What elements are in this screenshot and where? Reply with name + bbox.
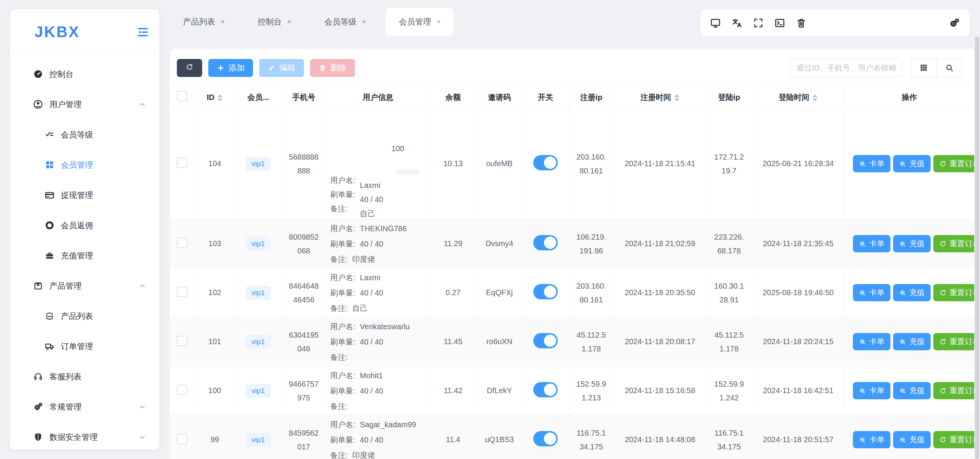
table-row: 103vip18009852 068用户名:THEKING786刷单量:40 /… (170, 219, 974, 268)
row-phone-cell: 5688888 888 (281, 108, 326, 219)
action-button-3[interactable]: 重置订单 (933, 155, 975, 172)
tab-close-icon[interactable]: × (436, 18, 441, 26)
status-toggle[interactable] (533, 333, 558, 348)
edit-button[interactable]: 编辑 (259, 59, 304, 77)
brush-value: 40 / 40 (360, 193, 383, 207)
sidebar-item-10[interactable]: 订单管理 (10, 331, 159, 361)
sort-carets-icon[interactable] (812, 94, 818, 101)
status-toggle[interactable] (533, 235, 558, 250)
action-button-3[interactable]: 重置订单 (933, 431, 975, 448)
headset-icon (33, 371, 43, 382)
sidebar-item-8[interactable]: 产品管理 (10, 271, 159, 301)
sidebar-item-label: 会员返佣 (61, 220, 93, 231)
row-select-cell (170, 366, 194, 415)
delete-button[interactable]: 删除 (310, 59, 355, 77)
row-action-buttons: 卡单充值重置订单 (844, 382, 975, 399)
terminal-icon[interactable] (774, 17, 786, 29)
refresh-button[interactable] (177, 59, 202, 77)
sidebar-item-1[interactable]: 控制台 (10, 59, 159, 89)
reset-icon (939, 387, 947, 395)
search-button[interactable] (936, 59, 962, 77)
login-time: 2024-11-18 21:35:45 (763, 239, 833, 248)
action-button-3[interactable]: 重置订单 (933, 235, 975, 252)
monitor-icon[interactable] (710, 17, 721, 29)
search-input[interactable] (790, 59, 902, 77)
action-button-2[interactable]: 充值 (893, 284, 931, 301)
status-toggle[interactable] (533, 382, 558, 397)
zoomplus-icon (899, 436, 906, 444)
row-checkbox[interactable] (177, 385, 187, 395)
settings-gear-icon[interactable] (949, 17, 960, 29)
action-button-2[interactable]: 充值 (893, 382, 931, 399)
row-checkbox[interactable] (177, 434, 187, 444)
action-button-1[interactable]: 卡单 (853, 155, 890, 172)
column-header-login_time[interactable]: 登陆时间 (752, 87, 844, 108)
action-button-1[interactable]: 卡单 (853, 284, 890, 301)
row-checkbox[interactable] (177, 158, 187, 168)
username-value: Laxmi (360, 273, 380, 282)
login-ip: 223.226. 68.178 (714, 233, 744, 255)
tab-close-icon[interactable]: × (362, 18, 366, 26)
action-button-1[interactable]: 卡单 (853, 431, 890, 448)
status-toggle[interactable] (533, 155, 558, 170)
action-button-2[interactable]: 充值 (893, 235, 931, 252)
row-login-ip-cell: 160.30.1 28.91 (706, 268, 752, 317)
tab-1[interactable]: 产品列表× (170, 8, 238, 36)
column-label: 用户信息 (363, 93, 394, 101)
column-header-reg_time[interactable]: 注册时间 (614, 87, 706, 108)
card-icon (44, 190, 55, 200)
sidebar-item-7[interactable]: 充值管理 (10, 240, 159, 271)
select-all-checkbox[interactable] (177, 91, 187, 101)
action-button-2[interactable]: 充值 (893, 431, 931, 448)
column-header-id[interactable]: ID (194, 87, 235, 108)
row-checkbox[interactable] (177, 287, 187, 297)
tab-close-icon[interactable]: × (287, 18, 291, 26)
row-actions-cell: 卡单充值重置订单 (844, 268, 974, 317)
action-button-1[interactable]: 卡单 (853, 382, 890, 399)
status-toggle[interactable] (533, 431, 558, 446)
action-button-label: 充值 (910, 434, 925, 445)
sidebar-item-4[interactable]: 会员管理 (10, 150, 159, 180)
sidebar-item-11[interactable]: 客服列表 (10, 361, 159, 392)
tab-close-icon[interactable]: × (220, 18, 225, 26)
action-button-3[interactable]: 重置订单 (933, 284, 975, 301)
row-checkbox[interactable] (177, 336, 187, 346)
action-button-2[interactable]: 充值 (893, 333, 931, 350)
sidebar-item-5[interactable]: 提现管理 (10, 180, 159, 210)
sidebar-item-2[interactable]: 用户管理 (10, 89, 159, 119)
phone-number: 5688888 888 (289, 153, 319, 175)
table-row: 99vip18459562 017用户名:Sagar_kadam99刷单量:40… (170, 415, 974, 459)
sort-carets-icon[interactable] (674, 94, 679, 101)
sidebar-collapse-icon[interactable] (136, 26, 149, 39)
sort-carets-icon[interactable] (217, 94, 223, 101)
row-phone-cell: 6304195 048 (281, 317, 326, 366)
add-button[interactable]: 添加 (208, 59, 253, 77)
tab-3[interactable]: 会员等级× (311, 8, 379, 36)
trash-icon[interactable] (795, 17, 807, 29)
column-header-balance: 余额 (430, 87, 476, 108)
note-value: 印度佬 (352, 451, 375, 459)
action-button-2[interactable]: 充值 (893, 155, 931, 172)
action-button-1[interactable]: 卡单 (853, 235, 890, 252)
translate-icon[interactable] (731, 17, 743, 29)
action-button-3[interactable]: 重置订单 (933, 382, 975, 399)
zoomplus-icon (859, 289, 866, 297)
action-button-1[interactable]: 卡单 (853, 333, 890, 350)
status-toggle[interactable] (533, 284, 558, 299)
sidebar-item-9[interactable]: 产品列表 (10, 301, 159, 331)
row-userinfo-cell: 用户名:THEKING786刷单量:40 / 40备注:印度佬 (326, 219, 430, 268)
sidebar-item-6[interactable]: 会员返佣 (10, 210, 159, 240)
sidebar-item-13[interactable]: 数据安全管理 (10, 422, 159, 449)
columns-grid-button[interactable] (911, 59, 936, 77)
username-value: Laxmi (360, 178, 383, 193)
row-login-time-cell: 2024-11-18 16:42:51 (752, 366, 844, 415)
sidebar-item-12[interactable]: 常规管理 (10, 392, 159, 422)
fullscreen-icon[interactable] (753, 17, 764, 29)
sidebar-item-3[interactable]: 会员等级 (10, 119, 159, 150)
main-content: 添加 编辑 删除 ID会员...手机号用户信息余额邀请码开关注册ip注册时间登陆… (170, 49, 974, 459)
row-checkbox[interactable] (177, 238, 187, 248)
tab-4[interactable]: 会员管理× (386, 8, 454, 36)
vertical-scrollbar[interactable] (975, 36, 979, 459)
tab-2[interactable]: 控制台× (245, 8, 304, 36)
action-button-3[interactable]: 重置订单 (933, 333, 975, 350)
